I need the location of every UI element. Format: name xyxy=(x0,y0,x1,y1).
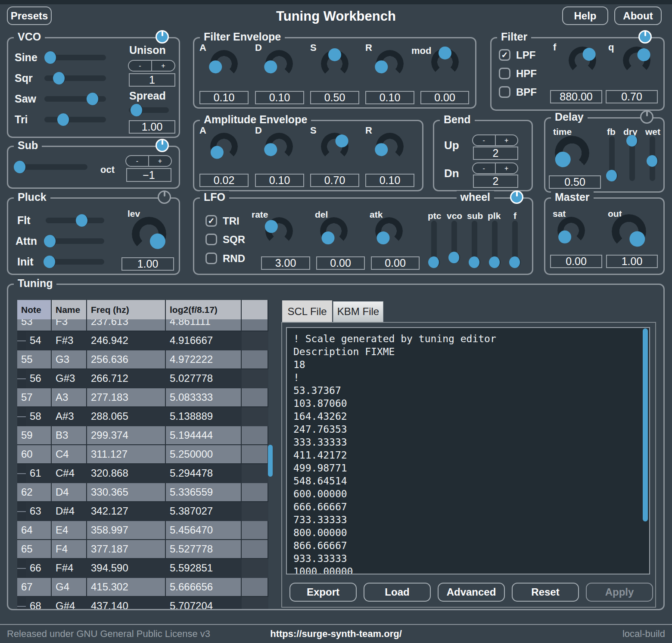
slider-thumb[interactable] xyxy=(44,51,57,64)
bpf-checkbox[interactable] xyxy=(499,86,510,98)
scl-text-editor[interactable]: ! Scale generated by tuning editor Descr… xyxy=(286,327,650,574)
table-row[interactable]: 66F#4394.5905.592851 xyxy=(26,559,268,578)
lfo-sqr-checkbox[interactable] xyxy=(205,234,217,245)
lfo-rate-knob[interactable] xyxy=(265,217,293,245)
table-row[interactable]: 56G#3266.7125.027778 xyxy=(26,369,268,388)
bend-up-stepper[interactable]: -+ xyxy=(472,134,518,146)
pluck-attn-slider[interactable] xyxy=(46,238,104,244)
table-row[interactable]: 61C#4320.8685.294478 xyxy=(26,464,268,483)
fenv-sustain-knob[interactable] xyxy=(321,50,348,78)
slider-thumb[interactable] xyxy=(57,113,70,126)
pluck-power-icon[interactable] xyxy=(158,190,171,204)
table-row[interactable]: 54F#3246.9424.916667 xyxy=(26,331,268,350)
help-button[interactable]: Help xyxy=(562,6,608,25)
vco-power-icon[interactable] xyxy=(156,30,169,44)
slider-thumb[interactable] xyxy=(53,72,65,84)
pluck-lev-value[interactable]: 1.00 xyxy=(121,257,174,271)
lfo-rnd-checkbox[interactable] xyxy=(205,253,217,264)
sub-oct-value[interactable]: −1 xyxy=(126,168,171,182)
table-row[interactable]: 68G#4437.1405.707204 xyxy=(26,597,268,609)
minus-button[interactable]: - xyxy=(473,135,496,145)
lfo-atk-value[interactable]: 0.00 xyxy=(371,256,420,270)
plus-button[interactable]: + xyxy=(496,135,518,145)
lfo-del-value[interactable]: 0.00 xyxy=(316,256,365,270)
apply-button[interactable]: Apply xyxy=(586,583,653,602)
aenv-decay-knob[interactable] xyxy=(265,133,293,160)
tab-kbm-file[interactable]: KBM File xyxy=(333,301,383,322)
vco-tri-slider[interactable] xyxy=(44,117,106,122)
aenv-sustain-knob[interactable] xyxy=(321,133,348,160)
filter-cutoff-knob[interactable] xyxy=(569,47,596,74)
filter-resonance-value[interactable]: 0.70 xyxy=(606,90,658,103)
delay-time-knob[interactable] xyxy=(555,136,589,170)
pluck-init-slider[interactable] xyxy=(46,259,104,265)
master-sat-knob[interactable] xyxy=(557,217,585,244)
delay-time-value[interactable]: 0.50 xyxy=(549,175,601,189)
spread-value[interactable]: 1.00 xyxy=(129,120,175,134)
pluck-lev-knob[interactable] xyxy=(132,217,166,251)
fenv-release-value[interactable]: 0.10 xyxy=(365,91,414,104)
load-button[interactable]: Load xyxy=(364,583,431,602)
aenv-attack-value[interactable]: 0.02 xyxy=(199,174,249,187)
master-sat-value[interactable]: 0.00 xyxy=(550,255,602,268)
lfo-tri-checkbox[interactable] xyxy=(205,215,217,227)
fenv-attack-knob[interactable] xyxy=(210,50,238,78)
table-scrollbar-thumb[interactable] xyxy=(268,445,273,477)
aenv-attack-knob[interactable] xyxy=(210,133,238,160)
plus-button[interactable]: + xyxy=(496,163,518,173)
table-row[interactable]: 60C4311.1275.250000 xyxy=(17,445,268,464)
slider-thumb[interactable] xyxy=(76,214,88,227)
sub-oct-stepper[interactable]: -+ xyxy=(125,155,172,167)
knob-dot[interactable] xyxy=(328,48,341,61)
bend-up-value[interactable]: 2 xyxy=(473,147,518,160)
fenv-decay-knob[interactable] xyxy=(265,50,293,78)
wheel-vco-slider[interactable] xyxy=(451,221,457,264)
slider-thumb[interactable] xyxy=(428,256,440,268)
wheel-plk-slider[interactable] xyxy=(492,221,498,264)
about-button[interactable]: About xyxy=(614,6,662,25)
slider-thumb[interactable] xyxy=(647,155,658,167)
slider-thumb[interactable] xyxy=(131,104,143,116)
wheel-sub-slider[interactable] xyxy=(472,221,477,264)
spread-slider[interactable] xyxy=(129,107,169,113)
table-row[interactable]: 59B3299.3745.194444 xyxy=(17,426,268,445)
bend-dn-stepper[interactable]: -+ xyxy=(472,162,518,174)
delay-dry-slider[interactable] xyxy=(629,136,635,181)
filter-cutoff-value[interactable]: 880.00 xyxy=(550,90,602,103)
vco-sine-slider[interactable] xyxy=(44,55,106,60)
fenv-sustain-value[interactable]: 0.50 xyxy=(310,91,359,104)
pluck-flt-slider[interactable] xyxy=(46,218,104,223)
aenv-release-knob[interactable] xyxy=(376,133,404,160)
scl-scrollbar-thumb[interactable] xyxy=(643,328,648,521)
slider-thumb[interactable] xyxy=(509,256,521,268)
reset-button[interactable]: Reset xyxy=(512,583,579,602)
table-row[interactable]: 57A3277.1835.083333 xyxy=(17,388,268,407)
slider-thumb[interactable] xyxy=(469,256,480,268)
slider-thumb[interactable] xyxy=(626,135,638,147)
master-out-knob[interactable] xyxy=(612,214,646,249)
unison-value[interactable]: 1 xyxy=(129,73,175,87)
unison-stepper[interactable]: -+ xyxy=(128,60,175,72)
sub-power-icon[interactable] xyxy=(156,139,169,152)
table-row[interactable]: 58A#3288.0655.138889 xyxy=(26,407,268,426)
fenv-mod-knob[interactable] xyxy=(431,48,459,76)
bend-dn-value[interactable]: 2 xyxy=(473,175,518,188)
table-row[interactable]: 62D4330.3655.336559 xyxy=(17,483,268,502)
tab-scl-file[interactable]: SCL File xyxy=(282,300,332,322)
hpf-checkbox[interactable] xyxy=(499,68,510,79)
plus-button[interactable]: + xyxy=(152,61,174,71)
table-row[interactable]: 65F4377.1875.527778 xyxy=(17,540,268,559)
wheel-f-slider[interactable] xyxy=(512,221,518,264)
lfo-power-icon[interactable] xyxy=(510,190,523,204)
table-row[interactable]: 53F3237.6134.861111 xyxy=(17,319,268,331)
tuning-table-body[interactable]: 53F3237.6134.86111154F#3246.9424.9166675… xyxy=(17,319,268,609)
lfo-atk-knob[interactable] xyxy=(375,217,403,245)
slider-thumb[interactable] xyxy=(606,170,618,181)
table-row[interactable]: 64E4358.9975.456470 xyxy=(17,521,268,540)
fenv-release-knob[interactable] xyxy=(376,50,404,78)
table-row[interactable]: 63D#4342.1275.387027 xyxy=(26,502,268,521)
slider-thumb[interactable] xyxy=(489,256,501,268)
vco-saw-slider[interactable] xyxy=(44,96,106,102)
wheel-ptc-slider[interactable] xyxy=(431,221,437,264)
table-row[interactable]: 67G4415.3025.666656 xyxy=(17,578,268,597)
